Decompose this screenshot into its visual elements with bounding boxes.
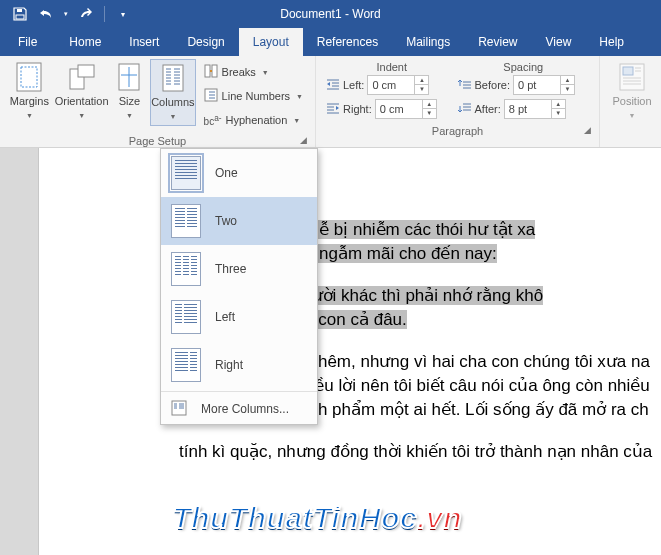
tab-references[interactable]: References	[303, 28, 392, 56]
indent-right-icon	[326, 102, 340, 116]
tab-home[interactable]: Home	[55, 28, 115, 56]
redo-icon[interactable]	[74, 2, 98, 26]
page-setup-launcher-icon[interactable]: ◢	[297, 135, 309, 147]
position-button: Position▼	[604, 59, 660, 124]
svg-rect-5	[78, 65, 94, 77]
qat-customize-icon[interactable]: ▾	[111, 2, 135, 26]
svg-rect-0	[16, 15, 24, 19]
spacing-before-icon	[458, 78, 472, 92]
left-column-icon	[171, 300, 201, 334]
indent-right-label: Right:	[343, 103, 372, 115]
columns-dropdown: One Two Three Left Right More Columns...	[160, 148, 318, 425]
columns-button[interactable]: Columns▼	[150, 59, 195, 126]
tab-view[interactable]: View	[532, 28, 586, 56]
paragraph-launcher-icon[interactable]: ◢	[581, 125, 593, 137]
spacing-after-icon	[458, 102, 472, 116]
line-numbers-icon	[204, 88, 218, 104]
undo-caret-icon[interactable]: ▾	[60, 2, 72, 26]
breaks-icon	[204, 64, 218, 80]
size-button[interactable]: Size▼	[109, 59, 151, 124]
columns-option-one[interactable]: One	[161, 149, 317, 197]
svg-rect-20	[205, 65, 210, 77]
svg-rect-21	[212, 65, 217, 77]
more-columns-button[interactable]: More Columns...	[161, 394, 317, 424]
spin-down-icon[interactable]: ▼	[415, 85, 428, 94]
tab-mailings[interactable]: Mailings	[392, 28, 464, 56]
tab-review[interactable]: Review	[464, 28, 531, 56]
indent-left-icon	[326, 78, 340, 92]
spacing-after-label: After:	[475, 103, 501, 115]
spacing-header: Spacing	[458, 61, 590, 73]
indent-right-input[interactable]: 0 cm▲▼	[375, 99, 437, 119]
columns-icon	[157, 62, 189, 94]
columns-label: Columns	[151, 96, 194, 108]
position-icon	[616, 61, 648, 93]
spacing-before-input[interactable]: 0 pt▲▼	[513, 75, 575, 95]
three-column-icon	[171, 252, 201, 286]
line-numbers-button[interactable]: Line Numbers▼	[200, 85, 307, 107]
size-icon	[113, 61, 145, 93]
page-canvas[interactable]: tuổi, nghĩa là hồi dễ bị nhiễm các thói …	[38, 148, 661, 555]
columns-option-three[interactable]: Three	[161, 245, 317, 293]
spin-down-icon[interactable]: ▼	[552, 109, 565, 118]
ribbon-tabs: File Home Insert Design Layout Reference…	[0, 28, 661, 56]
spin-up-icon[interactable]: ▲	[423, 100, 436, 109]
columns-option-left[interactable]: Left	[161, 293, 317, 341]
hyphenation-button[interactable]: bca- Hyphenation▼	[200, 109, 307, 131]
one-column-icon	[171, 156, 201, 190]
hyphenation-icon: bca-	[204, 113, 222, 127]
orientation-icon	[66, 61, 98, 93]
spin-down-icon[interactable]: ▼	[561, 85, 574, 94]
ruler-gutter	[0, 148, 38, 555]
tab-help[interactable]: Help	[585, 28, 638, 56]
tab-design[interactable]: Design	[173, 28, 238, 56]
window-title: Document1 - Word	[280, 7, 380, 21]
spin-up-icon[interactable]: ▲	[561, 76, 574, 85]
save-icon[interactable]	[8, 2, 32, 26]
svg-rect-41	[623, 67, 633, 75]
page-setup-group-label: Page Setup	[129, 135, 187, 147]
columns-option-right[interactable]: Right	[161, 341, 317, 389]
svg-rect-1	[17, 9, 22, 12]
indent-left-label: Left:	[343, 79, 364, 91]
margins-label: Margins	[10, 95, 49, 107]
spacing-before-label: Before:	[475, 79, 510, 91]
tab-layout[interactable]: Layout	[239, 28, 303, 56]
size-label: Size	[119, 95, 140, 107]
orientation-button[interactable]: Orientation▼	[55, 59, 109, 124]
indent-header: Indent	[326, 61, 458, 73]
undo-icon[interactable]	[34, 2, 58, 26]
spin-down-icon[interactable]: ▼	[423, 109, 436, 118]
position-label: Position	[612, 95, 651, 107]
spacing-after-input[interactable]: 8 pt▲▼	[504, 99, 566, 119]
right-column-icon	[171, 348, 201, 382]
indent-left-input[interactable]: 0 cm▲▼	[367, 75, 429, 95]
orientation-label: Orientation	[55, 95, 109, 107]
breaks-button[interactable]: Breaks▼	[200, 61, 307, 83]
margins-button[interactable]: Margins▼	[4, 59, 55, 124]
spin-up-icon[interactable]: ▲	[415, 76, 428, 85]
tab-insert[interactable]: Insert	[115, 28, 173, 56]
two-column-icon	[171, 204, 201, 238]
columns-option-two[interactable]: Two	[161, 197, 317, 245]
document-area: tuổi, nghĩa là hồi dễ bị nhiễm các thói …	[0, 148, 661, 555]
margins-icon	[13, 61, 45, 93]
paragraph-group-label: Paragraph	[432, 125, 483, 137]
ribbon: Margins▼ Orientation▼ Size▼ Columns▼	[0, 56, 661, 148]
tab-file[interactable]: File	[0, 28, 55, 56]
spin-up-icon[interactable]: ▲	[552, 100, 565, 109]
more-columns-icon	[171, 400, 187, 419]
